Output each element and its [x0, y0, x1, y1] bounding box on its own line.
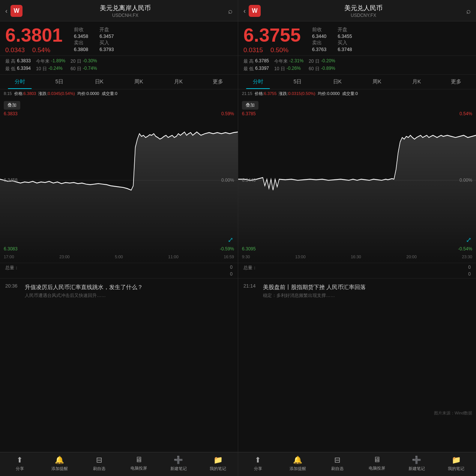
- left-expand-icon[interactable]: ⤢: [228, 236, 233, 244]
- right-news-title[interactable]: 美股盘前丨股指期货下挫 人民币汇率回落: [263, 283, 366, 291]
- left-tab-fenshi[interactable]: 分时: [0, 75, 40, 89]
- left-change-row: 0.0343 0.54%: [5, 47, 63, 54]
- left-back-icon[interactable]: ‹: [5, 7, 8, 15]
- right-alert-icon: 🔔: [293, 455, 302, 464]
- right-tab-more[interactable]: 更多: [436, 75, 476, 89]
- right-low-val: 6.3397: [255, 66, 269, 72]
- right-chart-mid-val: 6.3440: [242, 178, 256, 183]
- left-volume-row: 总量： 0 0: [0, 263, 238, 278]
- right-sg2: 今年来 -2.31% 10 日 -0.26%: [274, 58, 303, 72]
- left-w-letter: W: [14, 8, 19, 14]
- right-share-icon: ⬆: [255, 455, 261, 464]
- left-high-label: 最 高: [5, 58, 15, 65]
- right-toolbar-screen[interactable]: 🖥 电脑投屏: [357, 455, 397, 471]
- right-refresh-icon: ⊟: [334, 455, 341, 464]
- right-header-titles: 美元兑人民币 USDCNY.FX: [261, 4, 466, 18]
- left-tab-weekly[interactable]: 周K: [119, 75, 159, 89]
- right-tab-daily[interactable]: 日K: [317, 75, 357, 89]
- right-d10-label: 10 日: [274, 66, 285, 72]
- right-chart-low-pct: -0.54%: [458, 246, 472, 252]
- left-low-row: 最 低 6.3394: [5, 66, 31, 72]
- right-expand-icon[interactable]: ⤢: [466, 236, 471, 244]
- left-toolbar-share[interactable]: ⬆ 分享: [0, 455, 40, 471]
- left-time-axis: 17:00 23:00 5:00 11:00 16:59: [4, 255, 234, 259]
- right-chart-high-pct: 0.54%: [459, 111, 472, 116]
- left-high-row: 最 高 6.3833: [5, 58, 31, 65]
- left-note-new-label: 新建笔记: [170, 466, 187, 471]
- right-time-2: 13:00: [295, 255, 306, 259]
- left-toolbar-note-my[interactable]: 📁 我的笔记: [198, 455, 238, 471]
- right-volume-label: 总量：: [243, 265, 257, 277]
- left-toolbar-note-new[interactable]: ➕ 新建笔记: [159, 455, 198, 471]
- left-d60-row: 60 日 -0.74%: [71, 66, 97, 72]
- left-chart-mid-val: 6.3458: [4, 178, 18, 183]
- left-toolbar-screen[interactable]: 🖥 电脑投屏: [119, 455, 159, 471]
- left-change-pct: 0.54%: [32, 47, 50, 54]
- right-w-letter: W: [252, 8, 257, 14]
- left-d10-row: 10 日 -0.24%: [36, 66, 65, 72]
- left-tab-more[interactable]: 更多: [198, 75, 238, 89]
- left-panel: ‹ W 美元兑离岸人民币 USDCNH.FX ⌕ 6.3801: [0, 0, 238, 476]
- left-toolbar-refresh[interactable]: ⊟ 刷自选: [79, 455, 119, 471]
- left-time-3: 5:00: [115, 255, 123, 259]
- left-tab-daily[interactable]: 日K: [79, 75, 119, 89]
- right-chart-info-bar: 21:15 价格:6.3755 涨跌:0.0315(0.50%) 均价:0.00…: [238, 89, 476, 98]
- left-news-section: 20:36 升值凌厉后人民币汇率直线跳水，发生了什么？ 人民币遭遇台风式冲击后又…: [0, 278, 238, 452]
- main-content: ‹ W 美元兑离岸人民币 USDCNH.FX ⌕ 6.3801: [0, 0, 476, 476]
- right-news-item: 21:14 美股盘前丨股指期货下挫 人民币汇率回落 稳定：多利好消息频繁出现支撑…: [243, 283, 471, 299]
- left-open-label: 开盘: [99, 27, 109, 33]
- right-chart-info-text: 21:15 价格:6.3755 涨跌:0.0315(0.50%) 均价:0.00…: [242, 91, 358, 96]
- right-high-val: 6.3785: [255, 58, 269, 65]
- left-share-label: 分享: [16, 466, 24, 471]
- left-tab-monthly[interactable]: 月K: [159, 75, 198, 89]
- left-volume-val2: 0: [230, 271, 233, 277]
- left-share-icon: ⬆: [17, 455, 23, 464]
- right-toolbar-note-new[interactable]: ➕ 新建笔记: [397, 455, 437, 471]
- right-d20-val: -0.20%: [321, 58, 335, 65]
- right-panel: ‹ W 美元兑人民币 USDCNY.FX ⌕ 6.3755: [238, 0, 476, 476]
- right-sub-title: USDCNY.FX: [261, 13, 466, 18]
- right-toolbar-alert[interactable]: 🔔 添加提醒: [278, 455, 318, 471]
- right-d60-row: 60 日 -0.89%: [309, 66, 335, 72]
- left-tab-5d[interactable]: 5日: [40, 75, 80, 89]
- left-sg2: 今年来 -1.89% 10 日 -0.24%: [36, 58, 65, 72]
- left-stats-section: 最 高 6.3833 最 低 6.3394 今年来 -1.89% 10 日: [0, 56, 238, 74]
- left-sg1: 最 高 6.3833 最 低 6.3394: [5, 58, 31, 72]
- right-search-icon[interactable]: ⌕: [466, 7, 471, 15]
- right-tab-monthly[interactable]: 月K: [397, 75, 437, 89]
- right-tab-fenshi[interactable]: 分时: [238, 75, 278, 89]
- right-note-new-icon: ➕: [412, 455, 421, 464]
- right-tab-5d[interactable]: 5日: [278, 75, 318, 89]
- right-tabs-row: 分时 5日 日K 周K 月K 更多: [238, 74, 476, 89]
- right-toolbar-note-my[interactable]: 📁 我的笔记: [436, 455, 476, 471]
- right-sell-val: 6.3763: [312, 47, 326, 52]
- left-toolbar-alert[interactable]: 🔔 添加提醒: [40, 455, 80, 471]
- right-overlay-btn[interactable]: 叠加: [242, 101, 258, 110]
- left-header-left: ‹ W: [5, 5, 23, 17]
- svg-marker-3: [238, 135, 476, 262]
- left-ytd-label: 今年来: [36, 58, 50, 65]
- left-overlay-btn[interactable]: 叠加: [4, 101, 20, 110]
- right-w-logo: W: [249, 5, 261, 17]
- left-news-title[interactable]: 升值凌厉后人民币汇率直线跳水，发生了什么？: [25, 283, 143, 291]
- right-note-my-icon: 📁: [452, 455, 461, 464]
- right-back-icon[interactable]: ‹: [243, 7, 246, 15]
- left-sell-label: 卖出: [74, 40, 84, 46]
- right-tab-weekly[interactable]: 周K: [357, 75, 397, 89]
- left-chart-low-val: 6.3083: [4, 246, 18, 252]
- left-news-content: 升值凌厉后人民币汇率直线跳水，发生了什么？ 人民币遭遇台风式冲击后又快速回升……: [25, 283, 143, 299]
- right-share-label: 分享: [254, 466, 262, 471]
- right-toolbar-refresh[interactable]: ⊟ 刷自选: [317, 455, 357, 471]
- left-time-5: 16:59: [224, 255, 234, 259]
- right-chart-svg: [238, 98, 476, 263]
- left-refresh-icon: ⊟: [96, 455, 102, 464]
- left-search-icon[interactable]: ⌕: [228, 7, 233, 15]
- left-refresh-label: 刷自选: [93, 466, 105, 471]
- left-buy-row: 买入: [99, 40, 114, 46]
- left-info-grid: 前收 6.3458 卖出 6.3808 开盘 6.: [74, 27, 114, 52]
- right-sell-row: 卖出: [312, 40, 326, 46]
- left-info-col1: 前收 6.3458 卖出 6.3808: [74, 27, 88, 52]
- left-alert-icon: 🔔: [55, 455, 64, 464]
- right-toolbar-share[interactable]: ⬆ 分享: [238, 455, 278, 471]
- left-ytd-row: 今年来 -1.89%: [36, 58, 65, 65]
